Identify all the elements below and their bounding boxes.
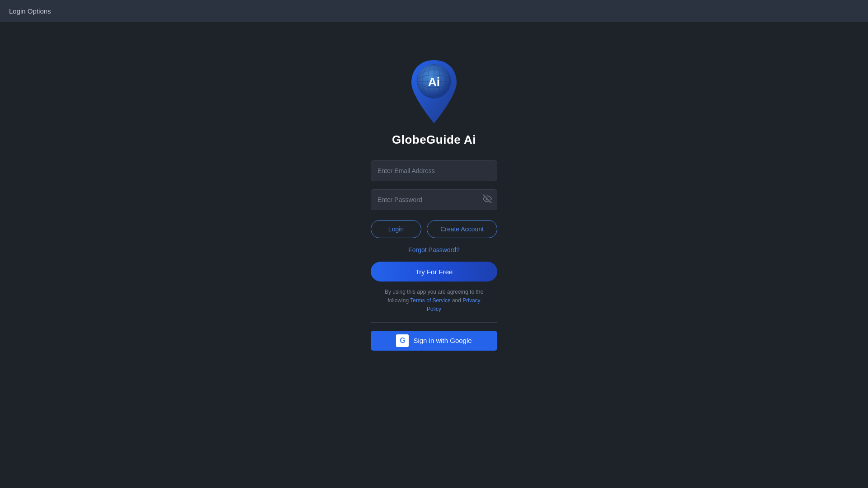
app-title: GlobeGuide Ai xyxy=(392,133,476,147)
create-account-button[interactable]: Create Account xyxy=(427,220,497,238)
app-logo: Ai xyxy=(407,58,461,126)
google-icon-box: G xyxy=(396,334,409,347)
google-sign-in-button[interactable]: G Sign in with Google xyxy=(371,331,497,351)
divider xyxy=(371,322,497,323)
main-content: Ai GlobeGuide Ai Login Create Account Fo… xyxy=(0,22,868,488)
topbar-title: Login Options xyxy=(9,7,51,15)
email-input[interactable] xyxy=(371,160,497,181)
password-wrapper xyxy=(371,189,497,210)
svg-text:Ai: Ai xyxy=(428,75,440,89)
google-g-icon: G xyxy=(400,337,405,345)
forgot-password-link[interactable]: Forgot Password? xyxy=(408,246,460,253)
terms-of-service-link[interactable]: Terms of Service xyxy=(410,297,450,304)
password-input[interactable] xyxy=(371,189,497,210)
terms-text: By using this app you are agreeing to th… xyxy=(382,288,486,314)
logo-container: Ai GlobeGuide Ai xyxy=(392,58,476,147)
auth-buttons-row: Login Create Account xyxy=(371,220,497,238)
try-for-free-button[interactable]: Try For Free xyxy=(371,262,497,282)
form-container: Login Create Account Forgot Password? Tr… xyxy=(371,160,497,351)
terms-conjunction: and xyxy=(452,297,462,304)
login-button[interactable]: Login xyxy=(371,220,421,238)
toggle-password-icon[interactable] xyxy=(483,194,492,205)
google-sign-in-label: Sign in with Google xyxy=(413,337,472,344)
topbar: Login Options xyxy=(0,0,868,22)
